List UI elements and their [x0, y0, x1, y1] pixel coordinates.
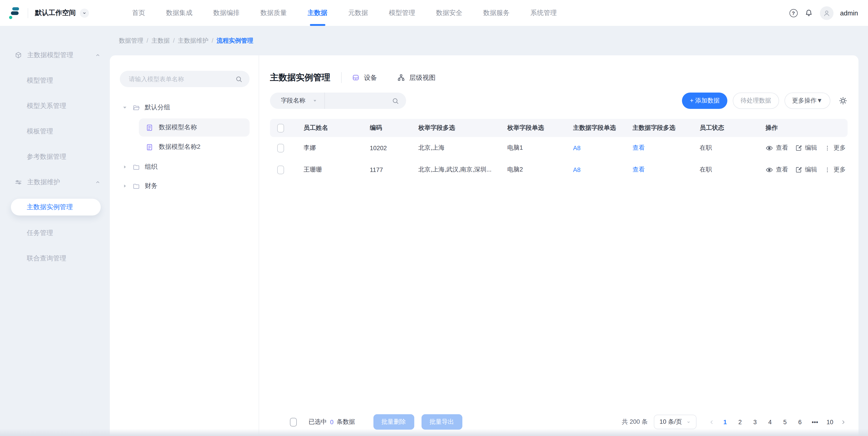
more-action[interactable]: 更多	[824, 144, 846, 152]
footer-select-all-checkbox[interactable]	[290, 417, 297, 426]
batch-export-button[interactable]: 批量导出	[421, 414, 462, 430]
nav-item-system-mgmt[interactable]: 系统管理	[520, 0, 567, 26]
tree-node-organization[interactable]: 组织	[120, 157, 250, 177]
view-action-label: 查看	[776, 165, 788, 174]
breadcrumb-item[interactable]: 主数据维护	[178, 36, 209, 45]
column-header: 编码	[370, 124, 418, 132]
row-checkbox[interactable]	[277, 144, 284, 152]
sidebar-item-model-management[interactable]: 模型管理	[0, 68, 110, 93]
view-tab-device[interactable]: 设备	[352, 73, 377, 82]
tree-node-finance[interactable]: 财务	[120, 177, 250, 195]
page-number[interactable]: 1	[719, 418, 731, 425]
view-action[interactable]: 查看	[766, 144, 788, 152]
md-single-link[interactable]: A8	[573, 145, 581, 151]
vertical-dots-icon	[824, 145, 831, 151]
select-all-checkbox[interactable]	[277, 124, 284, 132]
page-number[interactable]: 5	[779, 418, 791, 425]
md-multi-view-link[interactable]: 查看	[632, 144, 645, 151]
username-label[interactable]: admin	[840, 9, 858, 17]
breadcrumb-item[interactable]: 主数据	[152, 36, 170, 45]
search-icon[interactable]	[235, 75, 243, 83]
folder-icon	[132, 182, 140, 190]
nav-item-master-data[interactable]: 主数据	[297, 0, 338, 26]
page-number[interactable]: 4	[764, 418, 776, 425]
caret-right-icon[interactable]	[122, 183, 128, 189]
eye-icon	[766, 144, 773, 152]
breadcrumb-separator: /	[147, 37, 148, 44]
view-tab-label: 设备	[364, 73, 377, 82]
sidebar-group-master-data-maintenance[interactable]: 主数据维护	[0, 169, 110, 195]
nav-right-cluster: ? admin	[789, 6, 858, 20]
sidebar-group-label: 主数据维护	[27, 178, 60, 186]
sidebar-item-reference-data-management[interactable]: 参考数据管理	[0, 144, 110, 169]
workspace-switcher[interactable]	[80, 8, 89, 18]
sidebar-item-model-relation-management[interactable]: 模型关系管理	[0, 93, 110, 118]
help-icon[interactable]: ?	[789, 9, 798, 17]
edit-action[interactable]: 编辑	[795, 144, 817, 152]
top-nav: 默认工作空间 首页 数据集成 数据编排 数据质量 主数据 元数据 模型管理 数据…	[0, 0, 868, 26]
main-nav: 首页 数据集成 数据编排 数据质量 主数据 元数据 模型管理 数据安全 数据服务…	[122, 0, 567, 26]
pending-data-button[interactable]: 待处理数据	[733, 93, 779, 109]
breadcrumb-item[interactable]: 数据管理	[119, 36, 144, 45]
page-ellipsis[interactable]: •••	[809, 418, 821, 425]
more-action[interactable]: 更多	[824, 165, 846, 174]
row-checkbox[interactable]	[277, 165, 284, 174]
sidebar: 主数据模型管理 模型管理 模型关系管理 模板管理 参考数据管理 主数据维护 主数…	[0, 26, 110, 436]
nav-item-home[interactable]: 首页	[122, 0, 156, 26]
cell-code: 10202	[370, 145, 418, 151]
more-actions-button[interactable]: 更多操作▼	[784, 93, 830, 109]
nav-item-metadata[interactable]: 元数据	[338, 0, 378, 26]
tree-search-box	[120, 71, 250, 87]
edit-action[interactable]: 编辑	[795, 165, 817, 174]
next-page-icon[interactable]	[839, 419, 847, 425]
prev-page-icon[interactable]	[707, 419, 716, 425]
notifications-bell-icon[interactable]	[804, 9, 813, 17]
md-multi-view-link[interactable]: 查看	[632, 166, 645, 173]
tree-node-data-model-2[interactable]: 数据模型名称2	[139, 138, 250, 156]
device-icon	[352, 73, 360, 82]
folder-icon	[132, 163, 140, 171]
content-column: 数据管理 / 主数据 / 主数据维护 / 流程实例管理	[110, 26, 868, 436]
md-single-link[interactable]: A8	[573, 166, 581, 173]
field-select[interactable]: 字段名称	[270, 97, 324, 105]
sidebar-item-template-management[interactable]: 模板管理	[0, 118, 110, 144]
tree-node-default-group[interactable]: 默认分组	[120, 98, 250, 117]
sidebar-item-union-query-management[interactable]: 联合查询管理	[0, 245, 110, 271]
page-number[interactable]: 10	[824, 418, 836, 425]
page-number[interactable]: 2	[734, 418, 746, 425]
column-header: 操作	[766, 124, 847, 132]
tree-search-input[interactable]	[128, 75, 235, 83]
nav-item-data-security[interactable]: 数据安全	[426, 0, 473, 26]
nav-item-data-services[interactable]: 数据服务	[473, 0, 520, 26]
form-document-icon	[146, 143, 153, 151]
nav-item-data-integration[interactable]: 数据集成	[156, 0, 203, 26]
search-icon[interactable]	[392, 97, 399, 104]
nav-item-data-orchestration[interactable]: 数据编排	[203, 0, 250, 26]
sidebar-item-instance-management[interactable]: 主数据实例管理	[11, 199, 101, 216]
table-footer: 已选中 0 条数据 批量删除 批量导出 共 200 条 10 条/页	[270, 409, 847, 435]
column-header: 枚举字段单选	[507, 124, 573, 132]
view-tab-hierarchy[interactable]: 层级视图	[397, 73, 436, 82]
add-data-button[interactable]: + 添加数据	[682, 93, 727, 109]
selected-count: 0	[330, 418, 334, 425]
filter-search-input[interactable]	[331, 97, 392, 104]
panel-title-row: 主数据实例管理 设备 层级视图	[270, 70, 847, 85]
model-tree: 默认分组 数据模型名称 数据模型名称2	[120, 98, 250, 195]
page-number[interactable]: 3	[749, 418, 761, 425]
action-toolbar: + 添加数据 待处理数据 更多操作▼	[682, 93, 847, 109]
sidebar-item-task-management[interactable]: 任务管理	[0, 220, 110, 245]
user-avatar[interactable]	[820, 6, 833, 20]
page-number[interactable]: 6	[794, 418, 806, 425]
view-action[interactable]: 查看	[766, 165, 788, 174]
tree-node-label: 组织	[145, 163, 157, 171]
batch-delete-button[interactable]: 批量删除	[373, 414, 414, 430]
nav-item-data-quality[interactable]: 数据质量	[250, 0, 297, 26]
page-size-select[interactable]: 10 条/页	[654, 415, 696, 429]
gear-icon[interactable]	[838, 96, 847, 105]
sidebar-group-model-management[interactable]: 主数据模型管理	[0, 42, 110, 68]
caret-down-icon[interactable]	[122, 105, 128, 110]
instance-table: 员工姓名 编码 枚举字段多选 枚举字段单选 主数据字段单选 主数据字段多选 员工…	[270, 119, 847, 181]
nav-item-model-mgmt[interactable]: 模型管理	[378, 0, 426, 26]
tree-node-data-model-1[interactable]: 数据模型名称	[139, 118, 250, 136]
caret-right-icon[interactable]	[122, 164, 128, 170]
